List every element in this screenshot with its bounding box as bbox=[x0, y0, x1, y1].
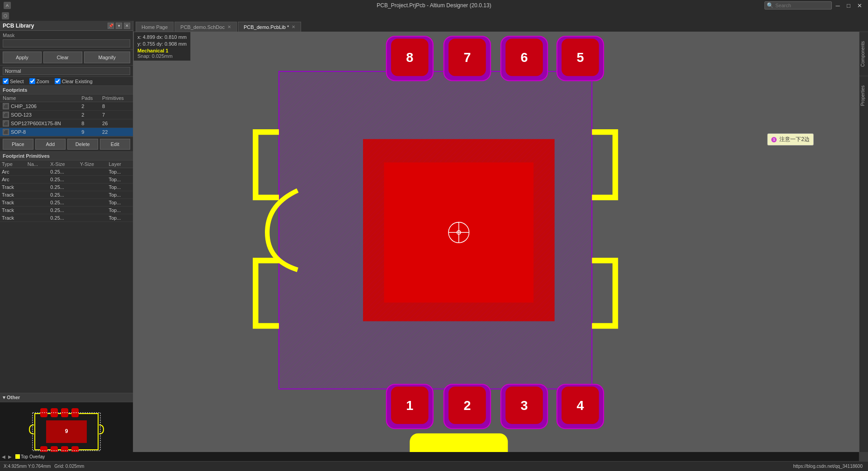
svg-text:9: 9 bbox=[65, 428, 68, 434]
select-checkbox-label[interactable]: Select bbox=[3, 78, 24, 84]
prim-row[interactable]: Arc 0.25... Top... bbox=[0, 168, 133, 176]
primitives-table: Type Na... X-Size Y-Size Layer Arc 0.25.… bbox=[0, 160, 133, 222]
maximize-button[interactable]: □ bbox=[844, 1, 854, 9]
mask-section: Mask bbox=[0, 31, 133, 50]
prim-col-xsize[interactable]: X-Size bbox=[48, 160, 78, 168]
coord-x-label: x: bbox=[137, 34, 143, 40]
svg-rect-6 bbox=[71, 408, 79, 417]
right-tab-properties[interactable]: Properties bbox=[859, 76, 868, 115]
preview-svg: 9 bbox=[17, 405, 116, 459]
fp-row[interactable]: ⬛SOP127P600X175-8N 8 26 bbox=[0, 119, 133, 128]
coord-y-val: 0.755 bbox=[143, 41, 156, 47]
prim-col-ysize[interactable]: Y-Size bbox=[78, 160, 107, 168]
tooltip-text: 注意一下2边 bbox=[779, 136, 810, 143]
other-header: ▾ Other bbox=[0, 393, 133, 402]
coord-x-line: x: 4.899 dx: 0.810 mm bbox=[137, 34, 187, 41]
prim-row[interactable]: Track 0.25... Top... bbox=[0, 199, 133, 207]
fp-row[interactable]: ⬛SOP-8 9 22 bbox=[0, 128, 133, 137]
fp-actions: Place Add Delete Edit bbox=[0, 137, 133, 152]
fp-col-pads[interactable]: Pads bbox=[79, 94, 99, 102]
fp-row[interactable]: ⬛CHIP_1206 2 8 bbox=[0, 102, 133, 111]
schdoc-tab-close[interactable]: ✕ bbox=[227, 24, 231, 29]
statusbar-left: X:4.925mm Y:0.764mm Grid: 0.025mm bbox=[2, 464, 84, 469]
action-buttons: Apply Clear Magnify bbox=[0, 50, 133, 66]
tooltip: 1 注意一下2边 bbox=[767, 133, 814, 146]
mask-select[interactable] bbox=[3, 39, 130, 47]
zoom-checkbox-label[interactable]: Zoom bbox=[29, 78, 49, 84]
normal-select[interactable]: Normal bbox=[3, 67, 130, 75]
coord-y-line: y: 0.755 dy: 0.908 mm bbox=[137, 41, 187, 47]
zoom-checkbox[interactable] bbox=[29, 78, 35, 84]
fp-col-name[interactable]: Name bbox=[0, 94, 79, 102]
svg-text:8: 8 bbox=[406, 50, 413, 65]
clear-existing-checkbox[interactable] bbox=[55, 78, 61, 84]
layer-items: LS [1] Top Layer [2] Bottom Layer Mechan… bbox=[14, 452, 56, 461]
snap-info: Snap: 0.025mm bbox=[137, 53, 187, 59]
pcblib-tab-label: PCB_demo.PcbLib * bbox=[244, 24, 289, 30]
svg-text:1: 1 bbox=[406, 398, 413, 413]
pcblib-tab-close[interactable]: ✕ bbox=[292, 24, 295, 29]
right-panel: Components Properties bbox=[859, 32, 868, 452]
minimize-button[interactable]: ─ bbox=[833, 1, 843, 9]
prim-col-name[interactable]: Na... bbox=[26, 160, 49, 168]
edit-button[interactable]: Edit bbox=[100, 139, 131, 150]
prim-row[interactable]: Arc 0.25... Top... bbox=[0, 176, 133, 184]
app-title: PCB_Project.PrjPcb - Altium Designer (20… bbox=[377, 2, 491, 9]
panel-menu-btn[interactable]: ▾ bbox=[116, 23, 122, 29]
clear-existing-checkbox-label[interactable]: Clear Existing bbox=[55, 78, 93, 84]
main-canvas[interactable]: 8 7 6 5 1 2 3 4 bbox=[133, 32, 859, 452]
prim-row[interactable]: Track 0.25... Top... bbox=[0, 191, 133, 199]
prim-row[interactable]: Track 0.25... Top... bbox=[0, 214, 133, 222]
home-tab-label: Home Page bbox=[142, 24, 168, 30]
search-icon: 🔍 bbox=[767, 2, 774, 9]
active-layer-name: Mechanical 1 bbox=[137, 48, 187, 53]
coord-dx-val: 0.810 mm bbox=[165, 34, 187, 40]
delete-button[interactable]: Delete bbox=[67, 139, 98, 150]
fp-row[interactable]: ⬛SOD-123 2 7 bbox=[0, 111, 133, 119]
layer-next-arrow[interactable]: ▶ bbox=[7, 454, 13, 459]
prim-tbody: Arc 0.25... Top... Arc 0.25... Top... Tr… bbox=[0, 168, 133, 222]
panel-pin-btn[interactable]: 📌 bbox=[108, 23, 114, 29]
add-button[interactable]: Add bbox=[35, 139, 66, 150]
layer-prev-arrow[interactable]: ◀ bbox=[1, 454, 6, 459]
svg-text:4: 4 bbox=[576, 398, 584, 413]
coord-y-label: y: bbox=[137, 41, 143, 47]
prim-row[interactable]: Track 0.25... Top... bbox=[0, 184, 133, 191]
coord-dx-label: dx: bbox=[156, 34, 165, 40]
coord-x-val: 4.899 bbox=[143, 34, 156, 40]
footprints-header: Footprints bbox=[0, 86, 133, 94]
titlebar-left: A bbox=[4, 2, 11, 9]
primitives-table-wrap: Type Na... X-Size Y-Size Layer Arc 0.25.… bbox=[0, 160, 133, 393]
status-grid: Grid: 0.025mm bbox=[54, 464, 84, 469]
prim-col-layer[interactable]: Layer bbox=[107, 160, 133, 168]
statusbar: X:4.925mm Y:0.764mm Grid: 0.025mm https:… bbox=[0, 461, 868, 471]
svg-rect-50 bbox=[410, 433, 508, 452]
place-button[interactable]: Place bbox=[3, 139, 33, 150]
clear-button[interactable]: Clear bbox=[43, 52, 82, 63]
other-section: ▾ Other bbox=[0, 393, 133, 461]
panel-close-btn[interactable]: ✕ bbox=[124, 23, 130, 29]
apply-button[interactable]: Apply bbox=[3, 52, 42, 63]
tooltip-dot-label: 1 bbox=[773, 137, 775, 141]
pcb-canvas[interactable]: 8 7 6 5 1 2 3 4 bbox=[133, 32, 859, 452]
prim-row[interactable]: Track 0.25... Top... bbox=[0, 207, 133, 214]
tab-schdoc[interactable]: PCB_demo.SchDoc ✕ bbox=[175, 22, 237, 32]
fp-col-primitives[interactable]: Primitives bbox=[99, 94, 133, 102]
search-input[interactable] bbox=[775, 3, 830, 8]
layer-top_overlay[interactable]: Top Overlay bbox=[14, 452, 56, 461]
status-coords: X:4.925mm Y:0.764mm bbox=[4, 464, 51, 469]
layerbar: ◀ ▶ LS [1] Top Layer [2] Bottom Layer Me… bbox=[0, 452, 859, 461]
close-button[interactable]: ✕ bbox=[854, 1, 864, 9]
magnify-button[interactable]: Magnify bbox=[84, 52, 131, 63]
select-checkbox[interactable] bbox=[3, 78, 9, 84]
svg-text:6: 6 bbox=[520, 50, 528, 65]
tab-home[interactable]: Home Page bbox=[136, 22, 174, 32]
tab-pcblib[interactable]: PCB_demo.PcbLib * ✕ bbox=[238, 22, 301, 32]
prim-col-type[interactable]: Type bbox=[0, 160, 26, 168]
primitives-section: Footprint Primitives Type Na... X-Size Y… bbox=[0, 152, 133, 393]
search-box[interactable]: 🔍 bbox=[764, 1, 832, 9]
right-tab-components[interactable]: Components bbox=[859, 32, 868, 76]
primitives-header[interactable]: Footprint Primitives bbox=[0, 152, 133, 160]
svg-text:2: 2 bbox=[463, 398, 471, 413]
coord-dy-val: 0.908 mm bbox=[165, 41, 187, 47]
